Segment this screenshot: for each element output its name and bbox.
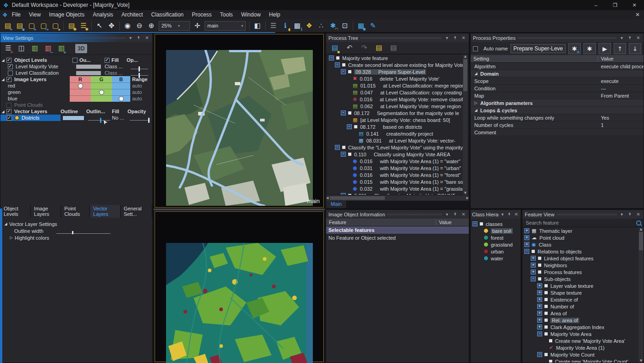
level-fill-mode[interactable]: Class ... (105, 63, 127, 70)
toolbar-icon[interactable]: ▦ i (291, 20, 303, 31)
expander-icon[interactable]: - (341, 193, 346, 195)
toolbar-icon[interactable]: ▤ ▪ (14, 20, 26, 31)
toolbar-icon[interactable]: ✱ ◠ (327, 20, 339, 31)
expander-icon[interactable]: - (537, 352, 542, 357)
pin-icon[interactable]: 🖈 (452, 35, 458, 40)
menu-item[interactable]: Help (265, 11, 284, 19)
toolbar-icon[interactable]: ▦ ✱ (355, 20, 367, 31)
process-properties-button[interactable]: ↓ (629, 43, 641, 54)
map-viewport-bottom[interactable] (154, 210, 325, 363)
search-icon[interactable] (636, 220, 641, 226)
toolbar-icon[interactable]: ⊡ (339, 20, 351, 31)
toolbar-icon[interactable]: ◧ (251, 20, 263, 31)
feature-row[interactable]: + Process features (522, 269, 644, 275)
expander-icon[interactable]: - (537, 331, 542, 336)
close-panel-icon[interactable]: ✕ (144, 35, 150, 40)
expander-icon[interactable]: + (531, 270, 536, 275)
process-row[interactable]: ✖ 0.016 delete 'Level Majority Vote' (327, 75, 468, 82)
feature-row[interactable]: - Majority Vote Count (522, 351, 644, 358)
process-tree-tool-icon[interactable]: ▤ (373, 43, 385, 54)
band-row[interactable]: blue auto (0, 95, 152, 102)
expander-icon[interactable]: - (472, 221, 477, 226)
process-row[interactable]: - Majority vote feature (327, 55, 468, 61)
menu-item[interactable]: View (25, 11, 45, 19)
toolbar-icon[interactable]: ∴ (315, 20, 327, 31)
vector-layers-checkbox[interactable] (6, 109, 11, 114)
districts-outline-swatch[interactable] (63, 116, 84, 120)
object-levels-row[interactable]: ◢ Object Levels Ou... Fill Op... (0, 57, 152, 63)
expander-icon[interactable]: + (537, 318, 542, 323)
process-row[interactable]: ▤ 01.015 at Level Classification: merge … (327, 82, 468, 89)
process-row[interactable]: ▤ 0.062 at Level Majority Vote: merge re… (327, 103, 468, 110)
menu-item[interactable]: Window (237, 11, 265, 19)
selectable-features-row[interactable]: Selectable features (326, 226, 469, 234)
class-row[interactable]: grassland (471, 241, 521, 248)
object-levels-checkbox[interactable] (6, 58, 11, 63)
vector-layers-row[interactable]: ◢ Vector Layers Outline Outlin... Fill O… (0, 108, 152, 115)
toolbar-icon[interactable]: ↖ (94, 20, 105, 31)
toolbar-icon[interactable]: ℹ ◖ (279, 20, 291, 31)
blue-band-radio[interactable] (119, 96, 124, 101)
process-properties-button[interactable]: ↑ (614, 43, 626, 54)
feature-row[interactable]: + Number of (522, 303, 644, 310)
process-row[interactable]: ● 0.016 with Majority Vote Area (1) = "w… (327, 158, 468, 165)
toolbar-icon[interactable]: ✎ (367, 20, 379, 31)
property-row[interactable]: Number of cycles 1 (471, 121, 644, 129)
toolbar-icon[interactable]: ✥ (105, 20, 117, 31)
level-color-swatch[interactable] (76, 65, 101, 69)
feature-row[interactable]: + Rel. area of (522, 317, 644, 324)
menu-item[interactable]: Analysis (89, 11, 117, 19)
red-band-radio[interactable] (78, 83, 83, 88)
feature-row[interactable]: Create new 'Majority Vote Count' (522, 358, 644, 363)
expander-icon[interactable]: - (335, 145, 340, 150)
feature-row[interactable]: + Shape texture (522, 289, 644, 296)
fill-all-checkbox[interactable] (105, 58, 110, 63)
toolbar-icon[interactable]: ▢ + (26, 20, 38, 31)
process-tree-tool-icon[interactable]: ↷ (358, 43, 370, 54)
districts-fill-mode[interactable]: No ... (112, 115, 128, 121)
expander-icon[interactable]: + (524, 235, 529, 240)
feature-view-vscrollbar[interactable]: ▲▼ (638, 227, 644, 363)
map-select[interactable]: main▾ (205, 21, 246, 31)
feature-row[interactable]: - Relations to objects (522, 248, 644, 255)
feature-row[interactable]: + ▦ Thematic layer (522, 227, 644, 234)
pin-icon[interactable]: 🖈 (506, 212, 512, 217)
level-checkbox[interactable] (8, 64, 13, 69)
menu-item[interactable]: Image Objects (45, 11, 89, 19)
close-panel-icon[interactable]: ✕ (461, 212, 466, 217)
vector-layer-settings-group[interactable]: ◢Vector Layer Settings (0, 220, 152, 227)
3d-view-button[interactable]: 3D (75, 44, 87, 53)
view-settings-tool-icon[interactable]: ☰ ✕ (2, 43, 14, 54)
panel-menu-icon[interactable]: ▾ (444, 212, 450, 217)
expander-icon[interactable]: - (341, 69, 346, 74)
toolbar-icon[interactable]: ⊕ (145, 20, 157, 31)
green-band-radio[interactable] (99, 90, 104, 95)
document-close-icon[interactable]: ✕ (635, 11, 640, 18)
property-row[interactable]: Loop while something changes only Yes (471, 114, 644, 121)
process-row[interactable]: - Create second level above existing for… (327, 61, 468, 68)
expander-icon[interactable]: + (537, 304, 542, 309)
districts-row[interactable]: Districts No ... (0, 115, 152, 121)
panel-menu-icon[interactable]: ▾ (444, 35, 450, 40)
value-column-header[interactable]: Value (598, 56, 644, 61)
view-settings-tool-icon[interactable]: ◫ (16, 43, 28, 54)
feature-search-input[interactable] (525, 220, 634, 226)
process-name-input[interactable] (511, 44, 566, 53)
restore-button[interactable]: ❐ (605, 0, 625, 10)
close-panel-icon[interactable]: ✕ (513, 212, 519, 217)
image-layers-row[interactable]: ◢ Image Layers R G B Range (0, 76, 152, 82)
classes-root-row[interactable]: - classes (471, 220, 521, 227)
toolbar-icon[interactable]: ▤ + (2, 20, 14, 31)
menu-item[interactable]: Process (188, 11, 216, 19)
pin-icon[interactable]: 🖈 (136, 35, 142, 40)
close-button[interactable]: ✕ (625, 0, 644, 10)
pin-icon[interactable]: 🖈 (452, 212, 458, 217)
expander-icon[interactable]: + (537, 290, 542, 295)
feature-row[interactable]: + Area of (522, 310, 644, 317)
view-settings-tool-icon[interactable]: ▥ (29, 43, 41, 54)
class-row[interactable]: urban (471, 248, 521, 255)
pin-icon[interactable]: 🖈 (627, 212, 633, 217)
process-row[interactable]: ▤ 0.141 create/modify project (327, 130, 468, 137)
band-range[interactable]: auto (130, 89, 152, 95)
feature-row[interactable]: Create new 'Majority Vote Area' (522, 337, 644, 344)
